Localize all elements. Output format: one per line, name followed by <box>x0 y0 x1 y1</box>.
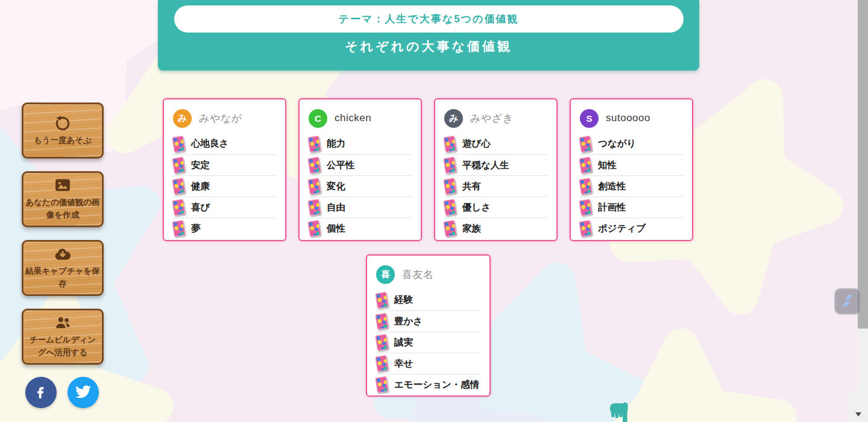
value-label: 心地良さ <box>191 137 228 150</box>
player-avatar: み <box>173 109 192 128</box>
value-item: 健康 <box>173 175 276 197</box>
value-label: 家族 <box>462 222 481 235</box>
player-avatar: 喜 <box>376 265 395 284</box>
refresh-icon <box>54 115 71 131</box>
value-list: 能力 公平性 変化 自由 個性 <box>309 133 412 239</box>
value-card-icon <box>172 135 186 153</box>
value-label: 経験 <box>394 294 413 306</box>
value-label: 能力 <box>327 137 345 150</box>
value-label: 自由 <box>327 201 345 214</box>
value-card-icon <box>375 291 389 309</box>
scrollbar-thumb[interactable] <box>858 0 868 329</box>
value-card-icon <box>375 313 389 330</box>
value-item: 誠実 <box>376 332 480 353</box>
facebook-share-button[interactable] <box>25 377 57 408</box>
image-icon <box>54 177 71 194</box>
value-item: 喜び <box>173 197 276 218</box>
value-item: 知性 <box>580 154 683 175</box>
value-item: 能力 <box>309 133 412 154</box>
player-card: 喜 喜友名 経験 豊かさ 誠実 幸せ エモーション・感情 <box>366 254 491 397</box>
value-label: 創造性 <box>598 180 626 193</box>
value-item: 経験 <box>376 289 480 310</box>
value-label: 遊び心 <box>462 137 491 150</box>
value-card-icon <box>443 135 457 153</box>
player-card: み みやざき 遊び心 平穏な人生 共有 優しさ 家族 <box>434 98 558 241</box>
theme-label: テーマ：人生で大事な5つの価値観 <box>339 12 519 26</box>
value-card-icon <box>579 135 593 153</box>
save-capture-button[interactable]: 結果キャプチャを保存 <box>22 240 104 296</box>
value-label: 健康 <box>191 180 210 193</box>
value-item: 安定 <box>173 154 276 175</box>
value-label: 知性 <box>598 159 617 172</box>
value-label: つながり <box>598 137 636 150</box>
value-item: 平穏な人生 <box>444 154 547 175</box>
value-label: 安定 <box>191 159 210 172</box>
value-list: 遊び心 平穏な人生 共有 優しさ 家族 <box>444 133 547 239</box>
value-list: 経験 豊かさ 誠実 幸せ エモーション・感情 <box>376 289 480 395</box>
player-cards-row: み みやなが 心地良さ 安定 健康 喜び 夢 C chicken 能力 公平性 <box>163 98 693 241</box>
twitter-share-button[interactable] <box>68 377 99 408</box>
value-card-icon <box>443 178 457 195</box>
value-item: 創造性 <box>580 175 683 197</box>
team-building-button[interactable]: チームビルディングへ活用する <box>22 309 104 365</box>
value-item: 公平性 <box>309 154 412 175</box>
value-card-icon <box>579 220 593 238</box>
value-label: 夢 <box>191 222 201 235</box>
player-name: みやなが <box>199 112 242 125</box>
player-avatar: C <box>309 109 327 128</box>
value-label: エモーション・感情 <box>394 379 479 391</box>
value-item: 優しさ <box>444 197 547 218</box>
value-card-icon <box>307 178 321 195</box>
player-name: みやざき <box>470 112 514 125</box>
value-card-icon <box>443 220 457 238</box>
value-label: 幸せ <box>394 357 413 370</box>
people-icon <box>54 314 71 331</box>
value-card-icon <box>307 199 321 216</box>
value-item: 幸せ <box>376 353 480 374</box>
value-card-icon <box>579 178 593 195</box>
value-item: 自由 <box>309 197 412 218</box>
value-item: 共有 <box>444 175 547 197</box>
value-item: 夢 <box>173 218 276 239</box>
value-card-icon <box>172 220 186 238</box>
screenshot-extension-button[interactable] <box>834 288 861 315</box>
value-label: 公平性 <box>327 159 355 172</box>
play-again-button[interactable]: もう一度あそぶ <box>22 102 104 159</box>
value-card-icon <box>307 220 321 238</box>
value-label: 豊かさ <box>394 315 423 328</box>
create-image-button[interactable]: あなたの価値観の画像を作成 <box>22 171 104 227</box>
value-card-icon <box>443 199 457 216</box>
value-item: 家族 <box>444 218 547 239</box>
value-list: つながり 知性 創造性 計画性 ポジティブ <box>580 133 683 239</box>
value-label: 変化 <box>327 180 345 193</box>
value-item: 遊び心 <box>444 133 547 154</box>
value-card-icon <box>307 135 321 153</box>
value-label: 共有 <box>462 180 481 193</box>
theme-banner: テーマ：人生で大事な5つの価値観 それぞれの大事な価値観 <box>158 0 699 71</box>
value-label: 平穏な人生 <box>462 159 509 172</box>
banner-subtitle: それぞれの大事な価値観 <box>158 38 699 55</box>
value-card-icon <box>375 355 389 373</box>
value-item: 心地良さ <box>173 133 276 154</box>
value-item: つながり <box>580 133 683 154</box>
value-item: 豊かさ <box>376 310 480 332</box>
value-label: 喜び <box>191 201 210 214</box>
value-item: 個性 <box>309 218 412 239</box>
scroll-down-arrow-icon[interactable] <box>855 412 861 417</box>
download-icon <box>54 245 71 262</box>
value-card-icon <box>579 157 593 174</box>
value-label: 計画性 <box>598 201 626 214</box>
value-label: 優しさ <box>462 201 491 214</box>
facebook-icon <box>33 384 49 402</box>
value-card-icon <box>172 178 186 195</box>
value-label: 個性 <box>327 222 345 235</box>
value-item: 変化 <box>309 175 412 197</box>
scrollbar-track[interactable] <box>858 0 868 422</box>
player-name: chicken <box>335 112 371 124</box>
player-card: C chicken 能力 公平性 変化 自由 個性 <box>298 98 422 241</box>
player-avatar: S <box>580 109 599 128</box>
twitter-icon <box>75 383 92 402</box>
value-item: エモーション・感情 <box>376 374 480 395</box>
player-card: S sutooooo つながり 知性 創造性 計画性 ポジティブ <box>570 98 693 241</box>
value-label: 誠実 <box>394 336 413 349</box>
